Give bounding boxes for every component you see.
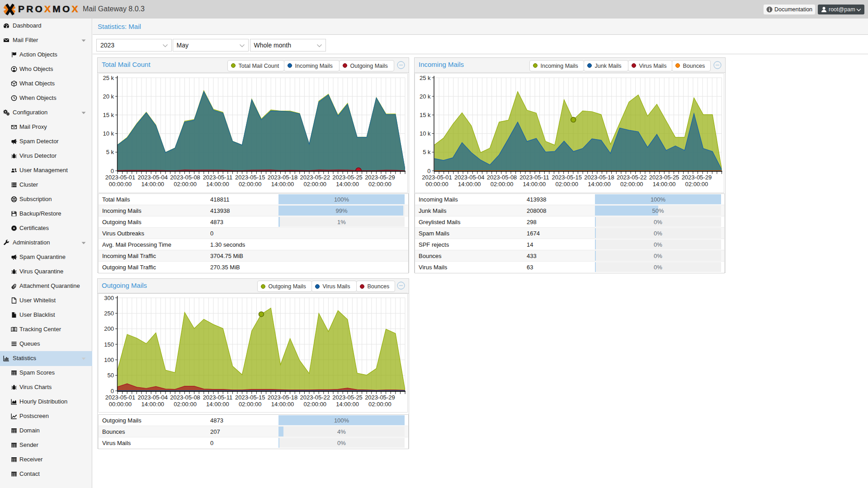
svg-text:14:00:00: 14:00:00 — [523, 181, 546, 188]
svg-text:200: 200 — [104, 325, 114, 332]
svg-text:2023-05-18: 2023-05-18 — [268, 174, 298, 181]
svg-text:300: 300 — [104, 295, 114, 301]
svg-text:02:00:00: 02:00:00 — [555, 181, 578, 188]
svg-text:2023-05-22: 2023-05-22 — [300, 394, 330, 401]
svg-text:2023-05-18: 2023-05-18 — [584, 174, 614, 181]
svg-text:2023-05-11: 2023-05-11 — [203, 394, 233, 401]
svg-text:20 k: 20 k — [103, 93, 114, 100]
svg-text:2023-05-29: 2023-05-29 — [682, 174, 712, 181]
svg-text:250: 250 — [104, 310, 114, 317]
svg-text:00:00:00: 00:00:00 — [109, 401, 132, 408]
svg-text:14:00:00: 14:00:00 — [336, 401, 359, 408]
svg-text:14:00:00: 14:00:00 — [336, 181, 359, 188]
svg-text:2023-05-15: 2023-05-15 — [235, 174, 265, 181]
svg-text:2023-05-25: 2023-05-25 — [332, 394, 363, 401]
svg-text:2023-05-01: 2023-05-01 — [105, 394, 136, 401]
svg-text:02:00:00: 02:00:00 — [368, 401, 392, 408]
svg-text:14:00:00: 14:00:00 — [141, 401, 164, 408]
svg-text:14:00:00: 14:00:00 — [588, 181, 611, 188]
svg-text:10 k: 10 k — [420, 130, 431, 137]
svg-text:10 k: 10 k — [103, 130, 114, 137]
svg-text:20 k: 20 k — [420, 93, 431, 100]
svg-text:2023-05-29: 2023-05-29 — [365, 394, 395, 401]
svg-text:5 k: 5 k — [106, 149, 114, 155]
svg-text:2023-05-11: 2023-05-11 — [203, 174, 233, 181]
svg-text:02:00:00: 02:00:00 — [239, 401, 262, 408]
svg-text:5 k: 5 k — [423, 149, 431, 155]
svg-text:150: 150 — [104, 341, 114, 348]
svg-text:50: 50 — [108, 372, 114, 379]
svg-text:02:00:00: 02:00:00 — [685, 181, 708, 188]
svg-text:2023-05-25: 2023-05-25 — [649, 174, 679, 181]
svg-text:2023-05-22: 2023-05-22 — [300, 174, 330, 181]
svg-text:2023-05-04: 2023-05-04 — [138, 174, 168, 181]
svg-text:14:00:00: 14:00:00 — [458, 181, 481, 188]
svg-text:02:00:00: 02:00:00 — [303, 401, 326, 408]
svg-text:15 k: 15 k — [420, 112, 431, 118]
svg-text:2023-05-15: 2023-05-15 — [552, 174, 582, 181]
svg-text:100: 100 — [104, 357, 114, 363]
svg-text:2023-05-01: 2023-05-01 — [422, 174, 452, 181]
svg-text:02:00:00: 02:00:00 — [368, 181, 392, 188]
svg-text:2023-05-08: 2023-05-08 — [170, 394, 200, 401]
svg-text:02:00:00: 02:00:00 — [239, 181, 262, 188]
svg-text:2023-05-18: 2023-05-18 — [268, 394, 298, 401]
svg-text:2023-05-15: 2023-05-15 — [235, 394, 265, 401]
svg-text:2023-05-04: 2023-05-04 — [454, 174, 485, 181]
svg-text:02:00:00: 02:00:00 — [303, 181, 326, 188]
svg-text:2023-05-22: 2023-05-22 — [617, 174, 647, 181]
svg-text:14:00:00: 14:00:00 — [653, 181, 676, 188]
svg-text:15 k: 15 k — [103, 112, 114, 118]
svg-text:2023-05-01: 2023-05-01 — [105, 174, 136, 181]
svg-text:14:00:00: 14:00:00 — [206, 401, 229, 408]
svg-text:0: 0 — [111, 168, 114, 174]
svg-text:00:00:00: 00:00:00 — [109, 181, 132, 188]
svg-text:25 k: 25 k — [420, 75, 431, 81]
svg-text:2023-05-11: 2023-05-11 — [519, 174, 549, 181]
svg-text:2023-05-08: 2023-05-08 — [170, 174, 200, 181]
svg-text:02:00:00: 02:00:00 — [491, 181, 514, 188]
svg-text:25 k: 25 k — [103, 75, 114, 81]
svg-text:2023-05-08: 2023-05-08 — [487, 174, 517, 181]
svg-text:00:00:00: 00:00:00 — [425, 181, 448, 188]
svg-text:14:00:00: 14:00:00 — [206, 181, 229, 188]
svg-text:2023-05-29: 2023-05-29 — [365, 174, 395, 181]
svg-text:14:00:00: 14:00:00 — [271, 181, 294, 188]
svg-text:2023-05-25: 2023-05-25 — [332, 174, 363, 181]
svg-text:14:00:00: 14:00:00 — [271, 401, 294, 408]
svg-text:2023-05-04: 2023-05-04 — [138, 394, 168, 401]
svg-text:0: 0 — [427, 168, 430, 174]
svg-text:02:00:00: 02:00:00 — [174, 401, 197, 408]
svg-text:02:00:00: 02:00:00 — [174, 181, 197, 188]
svg-text:0: 0 — [111, 388, 114, 394]
svg-text:02:00:00: 02:00:00 — [620, 181, 643, 188]
svg-text:14:00:00: 14:00:00 — [141, 181, 164, 188]
